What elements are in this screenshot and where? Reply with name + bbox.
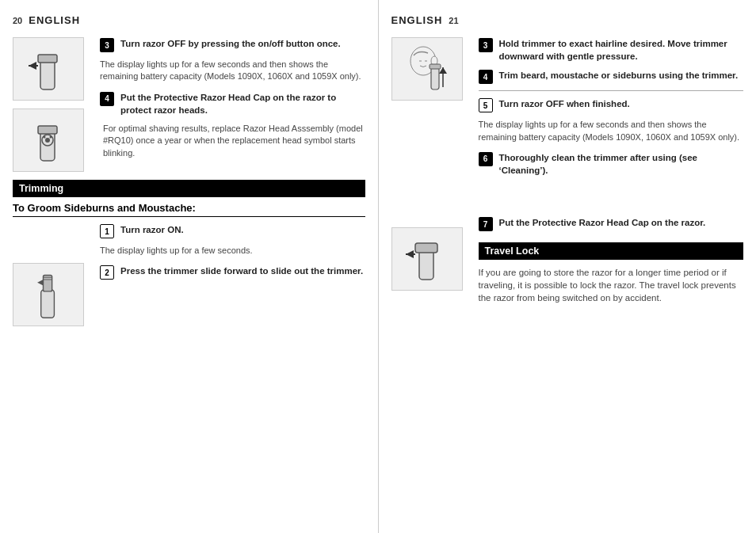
step-num-3-left: 3 — [100, 38, 114, 52]
step-1-text-left: Turn razor ON. — [120, 223, 184, 236]
step-3-bold-right: Hold trimmer to exact hairline desired. … — [499, 39, 727, 61]
left-images-col — [13, 37, 92, 172]
razor-cap-image — [13, 37, 84, 101]
trimming-header: Trimming — [13, 180, 365, 197]
divider-1 — [479, 90, 744, 91]
subsection-header: To Groom Sideburns and Moustache: — [13, 202, 365, 217]
step-6-bold-right: Thoroughly clean the trimmer after using… — [499, 153, 698, 175]
travel-lock-text: If you are going to store the razor for … — [479, 266, 744, 304]
svg-rect-20 — [430, 64, 441, 69]
svg-point-9 — [50, 135, 52, 138]
step-2-bold: Press the trimmer slide forward to slide… — [120, 266, 363, 276]
person-trimming-image — [391, 37, 463, 101]
step-5-bold-right: Turn razor OFF when finished. — [499, 99, 630, 109]
svg-rect-1 — [38, 55, 57, 63]
step-num-4-left: 4 — [100, 92, 114, 106]
left-text-col-bottom: 1 Turn razor ON. The display lights up f… — [100, 223, 365, 326]
step-1-bold: Turn razor ON. — [120, 225, 184, 234]
right-images-col — [391, 37, 471, 312]
svg-rect-24 — [415, 243, 437, 253]
step-4-bold: Put the Protective Razor Head Cap on the… — [120, 93, 336, 115]
right-step-3: 3 Hold trimmer to exact hairline desired… — [479, 37, 744, 63]
right-step-7: 7 Put the Protective Razor Head Cap on t… — [479, 216, 744, 231]
step-5-text-right: Turn razor OFF when finished. — [499, 97, 630, 110]
step-num-1-left: 1 — [100, 224, 114, 238]
left-step-2: 2 Press the trimmer slide forward to sli… — [100, 265, 365, 280]
razor-cap-right-image — [391, 227, 463, 291]
svg-point-8 — [44, 135, 46, 138]
step-num-4-right: 4 — [479, 70, 493, 84]
left-text-col-top: 3 Turn razor OFF by pressing the on/off … — [100, 37, 365, 172]
trimmer-image — [13, 263, 84, 326]
step-7-bold-right: Put the Protective Razor Head Cap on the… — [499, 218, 706, 227]
step-num-7-right: 7 — [479, 217, 493, 231]
svg-marker-14 — [37, 280, 43, 285]
step-num-2-left: 2 — [100, 265, 114, 280]
svg-point-7 — [45, 138, 50, 143]
step-3-text-left: Turn razor OFF by pressing the on/off bu… — [120, 37, 341, 50]
optimal-note: For optimal shaving results, replace Raz… — [100, 123, 365, 159]
right-step-6: 6 Thoroughly clean the trimmer after usi… — [479, 151, 744, 177]
step-3-bold: Turn razor OFF by pressing the on/off bu… — [120, 39, 341, 48]
left-page-num: 20 — [13, 16, 22, 25]
left-top-content: 3 Turn razor OFF by pressing the on/off … — [13, 37, 365, 172]
left-step-4: 4 Put the Protective Razor Head Cap on t… — [100, 91, 365, 116]
step-4-text-left: Put the Protective Razor Head Cap on the… — [120, 91, 365, 116]
right-step-5: 5 Turn razor OFF when finished. — [479, 97, 744, 112]
step-7-text-right: Put the Protective Razor Head Cap on the… — [499, 216, 706, 229]
svg-rect-0 — [40, 59, 55, 89]
step-4-text-right: Trim beard, moustache or sideburns using… — [499, 69, 739, 82]
right-header: ENGLISH 21 — [391, 14, 744, 26]
razor-symbol-image — [13, 109, 84, 172]
left-header: 20 ENGLISH — [13, 14, 365, 26]
step-2-text-left: Press the trimmer slide forward to slide… — [120, 265, 363, 277]
left-step-1: 1 Turn razor ON. — [100, 223, 365, 238]
step-num-6-right: 6 — [479, 152, 493, 166]
travel-lock-header: Travel Lock — [479, 242, 744, 260]
left-images-col-bottom — [13, 223, 92, 326]
step-1-note-left: The display lights up for a few seconds. — [100, 245, 365, 257]
svg-rect-23 — [419, 249, 433, 280]
step-num-5-right: 5 — [479, 98, 493, 112]
left-page: 20 ENGLISH — [0, 0, 379, 533]
page: 20 ENGLISH — [0, 0, 756, 533]
right-text-col: 3 Hold trimmer to exact hairline desired… — [479, 37, 744, 312]
right-page-num: 21 — [449, 16, 458, 25]
right-step-4: 4 Trim beard, moustache or sideburns usi… — [479, 69, 744, 84]
right-lang: ENGLISH — [391, 14, 443, 26]
step-6-text-right: Thoroughly clean the trimmer after using… — [499, 151, 744, 177]
step-5-note-right: The display lights up for a few seconds … — [479, 119, 744, 143]
step-3-text-right: Hold trimmer to exact hairline desired. … — [499, 37, 744, 63]
svg-rect-19 — [431, 67, 439, 89]
right-page: ENGLISH 21 — [379, 0, 757, 533]
left-step-3: 3 Turn razor OFF by pressing the on/off … — [100, 37, 365, 52]
svg-rect-10 — [41, 290, 55, 318]
step-4-bold-right: Trim beard, moustache or sideburns using… — [499, 70, 739, 80]
left-bottom-content: 1 Turn razor ON. The display lights up f… — [13, 223, 365, 326]
left-lang: ENGLISH — [29, 14, 80, 26]
step-num-3-right: 3 — [479, 38, 493, 52]
svg-rect-5 — [38, 126, 57, 134]
step-3-note-left: The display lights up for a few seconds … — [100, 59, 365, 83]
right-content: 3 Hold trimmer to exact hairline desired… — [391, 37, 744, 312]
